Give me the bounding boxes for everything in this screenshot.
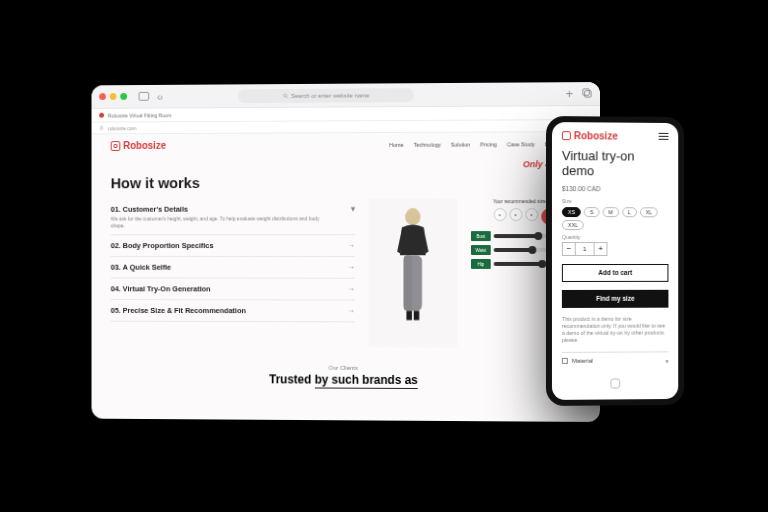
model-figure: [369, 198, 457, 347]
section-title: How it works: [111, 173, 580, 191]
step-4[interactable]: 04. Virtual Try-On Generation→: [111, 278, 355, 300]
size-chip-xl[interactable]: XL: [640, 207, 658, 217]
chevron-down-icon: ▾: [665, 357, 668, 364]
hamburger-menu-icon[interactable]: [659, 132, 669, 140]
device-home-button-icon[interactable]: [610, 378, 620, 388]
arrow-right-icon: →: [347, 306, 355, 315]
nav-pricing[interactable]: Pricing: [480, 141, 497, 147]
qty-minus-button[interactable]: −: [562, 242, 576, 256]
size-chip-xs[interactable]: XS: [562, 207, 581, 217]
traffic-lights[interactable]: [99, 93, 127, 100]
new-tab-icon[interactable]: +: [566, 87, 574, 100]
arrow-right-icon: →: [347, 285, 355, 294]
sidebar-toggle-icon[interactable]: [139, 92, 150, 101]
step-5[interactable]: 05. Precise Size & Fit Recommendation→: [111, 300, 355, 322]
omnibox-placeholder: Search or enter website name: [291, 92, 369, 98]
step-caption: We ask for the customer's height, weight…: [111, 215, 331, 228]
clients-section: Our Clients Trusted by such brands as: [111, 364, 580, 388]
qty-value: 1: [576, 242, 594, 256]
size-selector: XS S M L XL: [562, 207, 669, 217]
step-2[interactable]: 02. Body Proportion Specifics→: [111, 235, 355, 257]
minimize-window-icon[interactable]: [110, 93, 117, 100]
chevron-down-icon: ▾: [351, 204, 355, 213]
page-content: Only 4 Steps! How it works 01. Customer'…: [92, 153, 600, 398]
tab-overview-icon[interactable]: [581, 87, 592, 100]
svg-rect-4: [100, 127, 102, 129]
mobile-device-frame: Robosize Virtual try-on demo $130.00 CAD…: [546, 116, 684, 406]
find-my-size-button[interactable]: Find my size: [562, 290, 669, 308]
qty-plus-button[interactable]: +: [594, 242, 608, 256]
avatar-option[interactable]: ⚬: [493, 208, 506, 221]
brand-logo[interactable]: Robosize: [111, 140, 166, 151]
avatar-option[interactable]: ⚬: [525, 208, 538, 221]
size-chip-xxl[interactable]: XXL: [562, 220, 584, 230]
avatar-option[interactable]: ⚬: [509, 208, 522, 221]
nav-case-study[interactable]: Case Study: [507, 141, 535, 147]
favicon-icon: [99, 113, 104, 118]
arrow-right-icon: →: [347, 263, 355, 272]
nav-technology[interactable]: Technology: [413, 141, 440, 147]
size-chip-m[interactable]: M: [603, 207, 619, 217]
logo-mark-icon: [111, 141, 121, 151]
logo-mark-icon: [562, 131, 571, 140]
product-title: Virtual try-on demo: [562, 149, 669, 179]
svg-line-1: [286, 96, 287, 97]
size-chip-l[interactable]: L: [622, 207, 637, 217]
quantity-stepper: − 1 +: [562, 242, 669, 256]
person-silhouette-icon: [385, 203, 440, 342]
brand-name: Robosize: [123, 140, 166, 151]
square-bullet-icon: [562, 358, 568, 364]
nav-home[interactable]: Home: [389, 141, 403, 147]
browser-chrome: ‹ › Search or enter website name +: [92, 82, 600, 109]
maximize-window-icon[interactable]: [120, 93, 127, 100]
back-forward-icon[interactable]: ‹ ›: [157, 90, 161, 102]
step-3[interactable]: 03. A Quick Selfie→: [111, 257, 355, 279]
material-accordion[interactable]: Material ▾: [562, 351, 669, 365]
quantity-label: Quantity: [562, 234, 669, 240]
mobile-header: Robosize: [552, 122, 678, 146]
mobile-screen: Robosize Virtual try-on demo $130.00 CAD…: [552, 122, 678, 400]
size-label: Size: [562, 198, 669, 204]
svg-rect-8: [406, 311, 412, 320]
close-window-icon[interactable]: [99, 93, 106, 100]
omnibox[interactable]: Search or enter website name: [238, 88, 414, 103]
search-icon: [282, 92, 288, 98]
clients-eyebrow: Our Clients: [111, 364, 580, 372]
mobile-brand-logo[interactable]: Robosize: [562, 130, 618, 141]
clients-heading: Trusted by such brands as: [111, 372, 580, 388]
svg-rect-2: [583, 89, 589, 95]
address-text: robosize.com: [108, 125, 137, 131]
lock-icon: [99, 125, 104, 131]
nav-solution[interactable]: Solution: [451, 141, 471, 147]
step-1[interactable]: 01. Customer's Details▾ We ask for the c…: [111, 199, 355, 236]
site-header: Robosize Home Technology Solution Pricin…: [92, 132, 600, 155]
demo-disclaimer: This product is a demo for size recommen…: [562, 315, 669, 343]
tab-title[interactable]: Robosize Virtual Fitting Room: [108, 112, 172, 118]
svg-rect-7: [404, 255, 412, 311]
desktop-browser-window: ‹ › Search or enter website name + Robos…: [92, 82, 600, 422]
svg-point-0: [283, 93, 286, 96]
svg-rect-9: [414, 311, 420, 320]
add-to-cart-button[interactable]: Add to cart: [562, 264, 669, 282]
arrow-right-icon: →: [347, 241, 355, 250]
steps-list: 01. Customer's Details▾ We ask for the c…: [111, 199, 355, 348]
svg-rect-3: [585, 91, 591, 97]
size-chip-s[interactable]: S: [584, 207, 600, 217]
product-price: $130.00 CAD: [562, 185, 669, 192]
